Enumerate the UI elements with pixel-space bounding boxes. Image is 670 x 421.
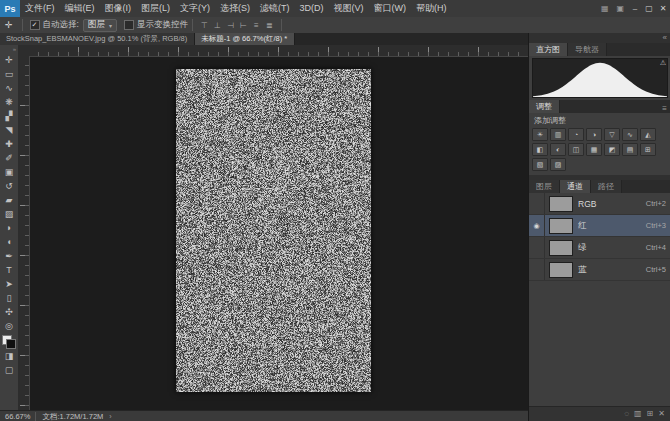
appbar-icon[interactable]: ▦	[597, 4, 613, 13]
appbar-icon[interactable]: ▣	[612, 4, 628, 13]
color-swatches[interactable]	[2, 335, 16, 349]
new-channel-icon[interactable]: ⊞	[647, 407, 654, 421]
photo-filter-adjustment-icon[interactable]: ◐	[550, 143, 566, 156]
channel-row[interactable]: ◉红Ctrl+3	[529, 215, 670, 237]
crop-tool[interactable]: ▞	[1, 109, 17, 123]
maximize-button[interactable]: ▢	[642, 0, 656, 17]
align-icon[interactable]: ⊥	[212, 21, 223, 30]
align-icon[interactable]: ≡	[251, 21, 262, 30]
exposure-adjustment-icon[interactable]: ◑	[586, 128, 602, 141]
align-icon[interactable]: ⊢	[238, 21, 249, 30]
menu-item[interactable]: 滤镜(T)	[255, 0, 295, 17]
tab-adjustments[interactable]: 调整	[529, 100, 560, 113]
type-tool[interactable]: T	[1, 263, 17, 277]
gradient-tool[interactable]: ▨	[1, 207, 17, 221]
eraser-tool[interactable]: ▰	[1, 193, 17, 207]
minimize-button[interactable]: –	[628, 0, 642, 17]
menu-item[interactable]: 图层(L)	[136, 0, 175, 17]
black-white-adjustment-icon[interactable]: ◧	[532, 143, 548, 156]
visibility-cell[interactable]	[529, 259, 545, 280]
layers-tabbar: 图层通道路径	[529, 180, 670, 193]
menu-item[interactable]: 窗口(W)	[369, 0, 412, 17]
vertical-ruler[interactable]	[18, 56, 30, 410]
document-tab[interactable]: StockSnap_EBSMANOEV.jpg @ 50.1% (背景, RGB…	[0, 33, 195, 45]
eyedropper-tool[interactable]: ◥	[1, 123, 17, 137]
blur-tool[interactable]: ◗	[1, 221, 17, 235]
cached-data-warning-icon[interactable]: ⚠	[660, 59, 666, 67]
menu-item[interactable]: 图像(I)	[100, 0, 137, 17]
hue-saturation-adjustment-icon[interactable]: ∿	[622, 128, 638, 141]
invert-adjustment-icon[interactable]: ◩	[604, 143, 620, 156]
quick-mask-button[interactable]: ◨	[1, 349, 17, 363]
tab-路径[interactable]: 路径	[591, 180, 622, 193]
menu-item[interactable]: 文字(Y)	[175, 0, 215, 17]
posterize-adjustment-icon[interactable]: ▤	[622, 143, 638, 156]
zoom-tool[interactable]: ◎	[1, 319, 17, 333]
document-window[interactable]	[176, 69, 371, 392]
color-balance-adjustment-icon[interactable]: ◭	[640, 128, 656, 141]
tab-图层[interactable]: 图层	[529, 180, 560, 193]
status-options-arrow-icon[interactable]: ›	[109, 413, 111, 420]
pen-tool[interactable]: ✒	[1, 249, 17, 263]
save-selection-as-channel-icon[interactable]: ▥	[634, 407, 642, 421]
delete-channel-icon[interactable]: ✕	[658, 407, 665, 421]
curves-adjustment-icon[interactable]: ◔	[568, 128, 584, 141]
channel-row[interactable]: 蓝Ctrl+5	[529, 259, 670, 281]
lasso-tool[interactable]: ∿	[1, 81, 17, 95]
move-tool[interactable]: ✛	[1, 53, 17, 67]
panel-menu-icon[interactable]: ≡	[658, 104, 670, 113]
zoom-level-field[interactable]: 66.67%	[0, 412, 36, 421]
screen-mode-button[interactable]: ▢	[1, 363, 17, 377]
history-brush-tool[interactable]: ↺	[1, 179, 17, 193]
eye-icon[interactable]: ◉	[529, 215, 545, 236]
tab-导航器[interactable]: 导航器	[568, 43, 607, 56]
tab-通道[interactable]: 通道	[560, 180, 591, 193]
menu-item[interactable]: 3D(D)	[295, 0, 329, 17]
align-icon[interactable]: ⊤	[199, 21, 210, 30]
align-icon[interactable]: ≣	[264, 21, 275, 30]
quick-selection-tool[interactable]: ❋	[1, 95, 17, 109]
visibility-cell[interactable]	[529, 237, 545, 258]
rectangular-marquee-tool[interactable]: ▭	[1, 67, 17, 81]
menu-item[interactable]: 文件(F)	[20, 0, 60, 17]
auto-select-dropdown[interactable]: 图层 ▾	[83, 19, 117, 32]
collapse-to-icons-icon[interactable]: «	[659, 33, 670, 43]
levels-adjustment-icon[interactable]: ▥	[550, 128, 566, 141]
expand-tools-icon[interactable]: »	[11, 45, 18, 53]
channel-row[interactable]: 绿Ctrl+4	[529, 237, 670, 259]
horizontal-ruler[interactable]	[29, 45, 528, 57]
menubar: Ps 文件(F)编辑(E)图像(I)图层(L)文字(Y)选择(S)滤镜(T)3D…	[0, 0, 670, 18]
channel-mixer-adjustment-icon[interactable]: ◫	[568, 143, 584, 156]
show-transform-checkbox[interactable]	[124, 20, 134, 30]
clone-stamp-tool[interactable]: ▣	[1, 165, 17, 179]
selective-color-adjustment-icon[interactable]: ▧	[532, 158, 548, 171]
document-canvas[interactable]	[176, 69, 371, 392]
channel-name: RGB	[578, 199, 646, 209]
align-icon[interactable]: ⊣	[225, 21, 236, 30]
close-button[interactable]: ✕	[656, 0, 670, 17]
dodge-tool[interactable]: ◖	[1, 235, 17, 249]
load-channel-as-selection-icon[interactable]: ◌	[624, 407, 629, 421]
document-tab[interactable]: 未标题-1 @ 66.7%(红/8) *	[195, 33, 295, 45]
rectangle-tool[interactable]: ▯	[1, 291, 17, 305]
gradient-map-adjustment-icon[interactable]: ▨	[550, 158, 566, 171]
spot-healing-brush-tool[interactable]: ✚	[1, 137, 17, 151]
threshold-adjustment-icon[interactable]: ⊞	[640, 143, 656, 156]
menu-item[interactable]: 视图(V)	[329, 0, 369, 17]
menu-item[interactable]: 编辑(E)	[60, 0, 100, 17]
tab-直方图[interactable]: 直方图	[529, 43, 568, 56]
hand-tool[interactable]: ✣	[1, 305, 17, 319]
status-bar: 66.67% 文档:1.72M/1.72M ›	[0, 410, 528, 421]
color-lookup-adjustment-icon[interactable]: ▦	[586, 143, 602, 156]
path-selection-tool[interactable]: ➤	[1, 277, 17, 291]
brightness-contrast-adjustment-icon[interactable]: ☀	[532, 128, 548, 141]
visibility-cell[interactable]	[529, 193, 545, 214]
background-color-swatch[interactable]	[6, 339, 16, 349]
add-adjustment-label: 添加调整	[529, 113, 670, 127]
auto-select-checkbox[interactable]: ✓	[30, 20, 40, 30]
channel-row[interactable]: RGBCtrl+2	[529, 193, 670, 215]
brush-tool[interactable]: ✐	[1, 151, 17, 165]
menu-item[interactable]: 帮助(H)	[411, 0, 452, 17]
vibrance-adjustment-icon[interactable]: ▽	[604, 128, 620, 141]
menu-item[interactable]: 选择(S)	[215, 0, 255, 17]
